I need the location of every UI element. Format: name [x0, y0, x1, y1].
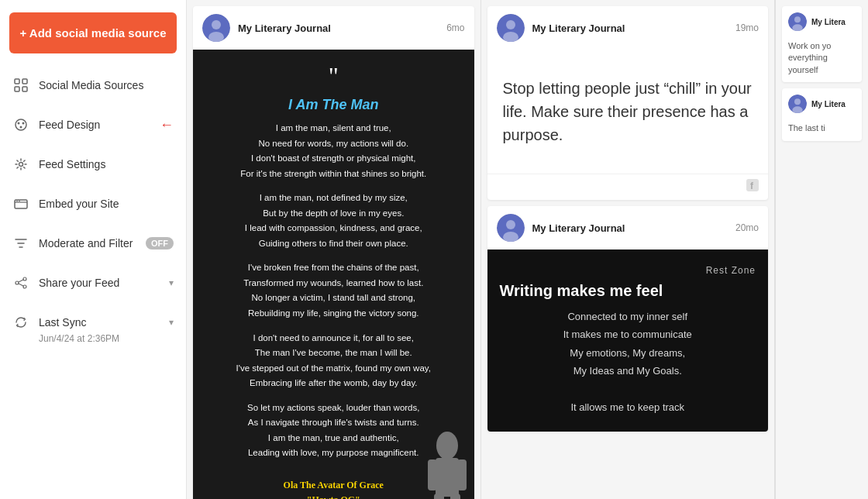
svg-point-38	[794, 99, 801, 105]
avatar	[202, 14, 230, 42]
sidebar: + Add social media source Social Media S…	[0, 0, 187, 499]
post-meta-rest-zone: My Literary Journal	[532, 222, 728, 234]
rest-zone-body-text: Connected to my inner self It makes me t…	[500, 308, 756, 416]
post-card-poem: My Literary Journal 6mo " I Am The Man I…	[193, 6, 474, 499]
poem-stanza-5: So let my actions speak, louder than wor…	[236, 401, 431, 461]
last-sync-date: Jun/4/24 at 2:36PM	[12, 333, 119, 344]
sidebar-item-embed-site[interactable]: Embed your Site	[0, 184, 186, 224]
svg-point-6	[22, 122, 25, 125]
partial-post-1: My Litera Work on yo everything yourself	[782, 6, 862, 82]
post-header-rest-zone: My Literary Journal 20mo	[487, 206, 769, 250]
embed-icon	[12, 195, 29, 212]
sidebar-item-label: Social Media Sources	[39, 79, 174, 91]
post-author: My Literary Journal	[238, 22, 439, 34]
rest-zone-title-text: Writing makes me feel	[500, 282, 756, 300]
grid-icon	[12, 77, 29, 94]
poem-signature: Ola The Avatar Of Grace "Hawta OG"	[284, 478, 384, 499]
poem-quote-icon: "	[329, 62, 339, 91]
avatar-partial-1	[788, 12, 807, 31]
svg-point-32	[506, 220, 515, 229]
main-content: My Literary Journal 6mo " I Am The Man I…	[187, 0, 868, 499]
palette-icon	[12, 116, 29, 133]
post-meta: My Literary Journal	[238, 22, 439, 34]
sidebar-item-feed-design[interactable]: Feed Design ←	[0, 105, 186, 145]
poem-stanza-2: I am the man, not defined by my size, Bu…	[236, 191, 431, 251]
chevron-down-icon: ▾	[169, 277, 174, 288]
svg-point-10	[16, 201, 18, 202]
post-card-rest-zone: My Literary Journal 20mo Rest Zone Writi…	[487, 206, 769, 432]
poem-body: I am the man, silent and true, No need f…	[236, 121, 431, 470]
svg-point-7	[20, 126, 22, 129]
post-time-quote: 19mo	[735, 22, 759, 33]
svg-point-13	[16, 281, 19, 284]
feed-column-3-partial: My Litera Work on yo everything yourself…	[775, 0, 868, 499]
sidebar-item-feed-settings[interactable]: Feed Settings	[0, 145, 186, 184]
avatar-rest-zone	[497, 214, 525, 242]
post-time-rest-zone: 20mo	[735, 222, 759, 233]
post-header-quote: My Literary Journal 19mo	[487, 6, 769, 50]
partial-post-2: My Litera The last ti	[782, 88, 862, 140]
post-header: My Literary Journal 6mo	[193, 6, 474, 50]
sidebar-item-label: Share your Feed	[39, 277, 166, 289]
post-card-quote: My Literary Journal 19mo Stop letting pe…	[487, 6, 769, 200]
partial-author-2: My Litera	[811, 100, 846, 108]
red-arrow-icon: ←	[160, 117, 174, 133]
avatar-quote	[497, 14, 525, 42]
svg-rect-21	[457, 459, 467, 490]
feed-column-2: My Literary Journal 19mo Stop letting pe…	[481, 0, 776, 499]
svg-rect-22	[434, 494, 444, 499]
svg-point-11	[19, 201, 20, 202]
partial-post-header-2: My Litera	[782, 88, 862, 116]
svg-rect-2	[15, 87, 19, 91]
svg-point-18	[436, 432, 458, 459]
svg-point-27	[506, 20, 515, 29]
svg-point-16	[212, 20, 221, 29]
avatar-partial-2	[788, 95, 807, 113]
sidebar-item-label: Feed Design	[39, 119, 153, 131]
silhouette-figure	[420, 430, 474, 499]
chevron-down-icon-sync: ▾	[169, 317, 174, 328]
facebook-share-button-quote[interactable]: f	[746, 179, 759, 195]
last-sync-label: Last Sync	[39, 316, 169, 329]
post-time: 6mo	[446, 22, 464, 33]
svg-rect-3	[22, 87, 27, 91]
sidebar-item-label: Embed your Site	[39, 198, 174, 210]
partial-text-1: Work on yo everything yourself	[782, 34, 862, 82]
svg-rect-19	[436, 458, 459, 497]
svg-point-8	[19, 163, 23, 167]
sidebar-item-share-feed[interactable]: Share your Feed ▾	[0, 263, 186, 303]
sidebar-item-label: Feed Settings	[39, 158, 174, 170]
svg-point-35	[794, 16, 801, 22]
rest-zone-content: Rest Zone Writing makes me feel Connecte…	[487, 250, 769, 432]
svg-point-14	[23, 285, 26, 288]
sync-icon	[12, 314, 29, 331]
post-image-poem: " I Am The Man I am the man, silent and …	[193, 50, 474, 499]
post-author-rest-zone: My Literary Journal	[532, 222, 728, 234]
svg-rect-1	[22, 79, 27, 84]
svg-rect-23	[450, 494, 460, 499]
gear-icon	[12, 156, 29, 173]
share-icon	[12, 274, 29, 291]
post-meta-quote: My Literary Journal	[532, 22, 728, 34]
off-badge: OFF	[146, 237, 174, 250]
svg-rect-20	[428, 459, 437, 490]
partial-post-header-1: My Litera	[782, 6, 862, 34]
sidebar-item-social-media-sources[interactable]: Social Media Sources	[0, 66, 186, 105]
sidebar-item-last-sync[interactable]: Last Sync ▾ Jun/4/24 at 2:36PM	[0, 303, 186, 356]
svg-point-12	[23, 277, 26, 280]
svg-rect-0	[15, 79, 19, 84]
svg-point-5	[18, 122, 20, 125]
svg-point-4	[16, 119, 26, 130]
poem-stanza-1: I am the man, silent and true, No need f…	[236, 121, 431, 181]
post-author-quote: My Literary Journal	[532, 22, 728, 34]
poem-stanza-3: I've broken free from the chains of the …	[236, 260, 431, 321]
sidebar-item-moderate-filter[interactable]: Moderate and Filter OFF	[0, 224, 186, 263]
add-social-source-button[interactable]: + Add social media source	[9, 12, 177, 53]
post-quote-text: Stop letting people just “chill” in your…	[487, 50, 769, 174]
partial-author-1: My Litera	[811, 18, 846, 26]
feed-column-1: My Literary Journal 6mo " I Am The Man I…	[187, 0, 481, 499]
sidebar-item-label: Moderate and Filter	[39, 237, 140, 250]
post-actions-quote: f	[487, 174, 769, 200]
filter-icon	[12, 235, 29, 252]
poem-stanza-4: I don't need to announce it, for all to …	[236, 331, 431, 391]
